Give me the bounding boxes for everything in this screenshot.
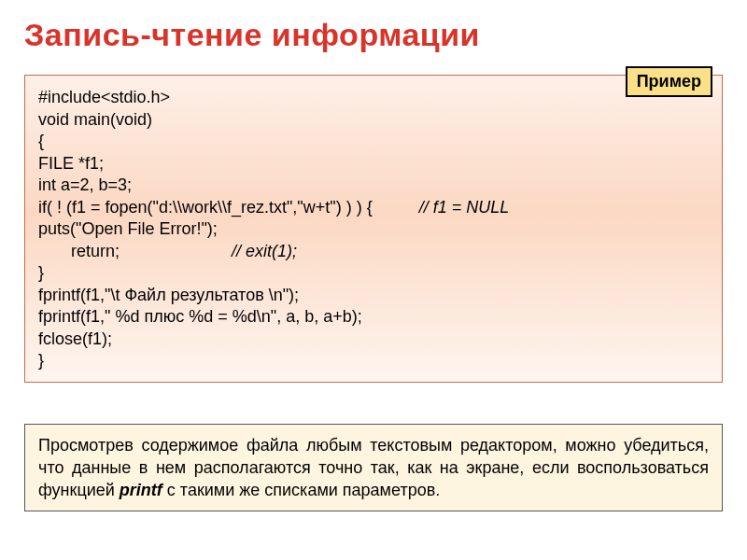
page-title: Запись-чтение информации bbox=[0, 0, 747, 53]
code-line: #include<stdio.h> bbox=[38, 87, 709, 109]
code-line: return; // exit(1); bbox=[38, 241, 709, 263]
code-line: { bbox=[38, 131, 709, 153]
code-line: fprintf(f1," %d плюс %d = %d\n", a, b, a… bbox=[38, 306, 709, 329]
example-badge: Пример bbox=[626, 66, 712, 97]
code-line: fprintf(f1,"\t Файл результатов \n"); bbox=[38, 285, 709, 307]
code-line: FILE *f1; bbox=[38, 153, 709, 175]
code-line: void main(void) bbox=[38, 109, 709, 132]
explanation-text: Просмотрев содержимое файла любым тексто… bbox=[38, 434, 709, 501]
printf-keyword: printf bbox=[120, 481, 162, 499]
explanation-box: Просмотрев содержимое файла любым тексто… bbox=[24, 424, 723, 511]
code-line: if( ! (f1 = fopen("d:\\work\\f_rez.txt",… bbox=[38, 197, 709, 219]
code-comment: // exit(1); bbox=[232, 242, 297, 260]
code-line: } bbox=[38, 350, 709, 372]
code-line: } bbox=[38, 262, 709, 285]
code-line: int a=2, b=3; bbox=[38, 175, 709, 197]
code-comment: // f1 = NULL bbox=[419, 198, 510, 217]
code-line: fclose(f1); bbox=[38, 329, 709, 351]
code-example-box: Пример #include<stdio.h> void main(void)… bbox=[24, 75, 723, 383]
code-line: puts("Open File Error!"); bbox=[38, 218, 709, 241]
